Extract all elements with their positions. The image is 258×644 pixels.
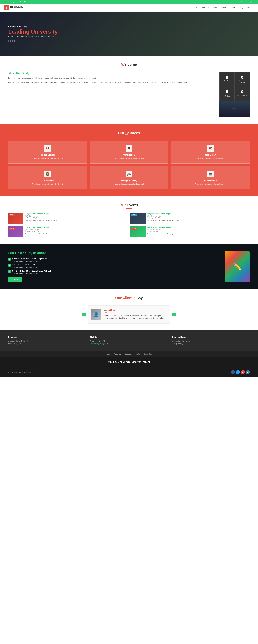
testimonial-role: Client 1	[104, 312, 167, 313]
logo-text: Best Study Education & Courses	[10, 6, 25, 10]
welcome-text: About Best Study Lorem ipsum convallis d…	[8, 72, 214, 86]
testimonial-section: Our Client's Say ‹ 👤 Michael Paul Client…	[0, 289, 258, 330]
top-bar-right: f t p in Login	[240, 1, 254, 3]
testimonial-card: 👤 Michael Paul Client 1 Donec laoreet ex…	[88, 305, 170, 324]
service-icon-lab: 💻	[207, 170, 214, 178]
top-bar-address: 📍 New Kampshire Midlines, USA	[4, 1, 27, 3]
footer-nav-home[interactable]: Home	[106, 353, 110, 355]
footer-info: Location: placa mdflloing 1235, Ipswich …	[0, 330, 258, 351]
event-meta-time-4: 🕐7:00 pm - 9:00 pm	[147, 229, 180, 230]
twitter-icon[interactable]: t	[241, 1, 242, 3]
hero-dot-3[interactable]	[12, 40, 13, 42]
service-desc-library: Phasellus at placerat ante nulla adipisc…	[174, 157, 247, 159]
service-icon-courses: 📢	[44, 145, 51, 152]
testimonial-next-button[interactable]: ›	[172, 312, 176, 316]
nav-links: Home About Us Courses Join Us Pages ▾ Ga…	[195, 7, 254, 9]
event-title-4: Integer viverra eleifend neque	[147, 226, 180, 228]
service-desc-teachers: Phasellus at placerat ante nulla adipisc…	[11, 183, 84, 185]
testimonial-wrapper: ‹ 👤 Michael Paul Client 1 Donec laoreet …	[88, 305, 170, 324]
hero-dot-4[interactable]	[14, 40, 15, 42]
stat-teachers: 0 Certified Teachers	[219, 86, 234, 101]
footer-facebook-icon[interactable]: f	[231, 370, 235, 374]
footer-nav-about[interactable]: About Us	[114, 353, 121, 355]
footer-nav-join[interactable]: Join Us	[135, 353, 140, 355]
institute-item-desc-1: Integer eu facilisis nunc, a iaculis fel…	[12, 260, 47, 262]
welcome-title-w: W	[121, 62, 124, 66]
copyright-text: © 2018 Best Study. All Rights Reserved	[8, 371, 35, 373]
nav-home[interactable]: Home	[195, 7, 199, 9]
stats-block: 0 Faculties 0 Approved Courses 0 Certifi…	[219, 72, 250, 117]
hero-dot-1[interactable]	[8, 40, 9, 42]
nav-courses[interactable]: Courses	[212, 7, 218, 9]
footer-twitter-icon[interactable]: t	[236, 370, 240, 374]
service-icon-transport: 🚌	[125, 170, 133, 178]
pin-icon-4: 📍	[147, 231, 149, 232]
service-desc-courses: Phasellus at placerat ante nulla adipisc…	[11, 157, 84, 159]
logo: B Best Study Education & Courses	[4, 5, 25, 10]
event-info-2: Integer viverra eleifend neque 🕐8:00 am …	[147, 213, 180, 221]
welcome-title: Welcome	[8, 62, 250, 67]
stat-students: 0 Happy Students	[234, 86, 250, 101]
event-img-4: 30 Dec	[131, 226, 146, 238]
event-date-4: 30 Dec	[132, 228, 138, 230]
pinterest-icon[interactable]: p	[243, 1, 243, 3]
clock-icon-2: 🕐	[147, 215, 149, 217]
check-icon-2: ✓	[8, 264, 11, 266]
nav-gallery[interactable]: Gallery	[238, 7, 243, 9]
event-meta-time-2: 🕐8:00 am - 8:00 am	[147, 215, 180, 217]
footer-nav-contact[interactable]: Contact Us	[144, 353, 152, 355]
institute-text: Our Best Study Institute ✓ Select A Cour…	[8, 251, 217, 282]
service-desc-lab: Phasellus at placerat ante nulla adipisc…	[174, 183, 247, 185]
hero-dots	[8, 40, 58, 42]
footer-mail-title: Mail Us:	[90, 336, 168, 338]
title-underline	[126, 68, 132, 68]
testimonial-name: Michael Paul	[104, 309, 167, 311]
institute-item-title-2: Join A Seminar To Know More About It!	[12, 264, 46, 266]
event-img-3: 28 Dec	[8, 226, 24, 238]
event-item-4: 30 Dec Integer viverra eleifend neque 🕐7…	[131, 226, 250, 238]
event-meta-loc-4: 📍Newyork City, 766	[147, 231, 180, 232]
event-img-2: 27 Dec	[131, 213, 146, 224]
linkedin-icon[interactable]: in	[245, 1, 246, 3]
nav-about[interactable]: About Us	[202, 7, 209, 9]
join-now-button[interactable]: Join Now	[8, 277, 22, 282]
event-date-1: 20 Dec	[9, 214, 15, 216]
login-button[interactable]: Login	[247, 1, 254, 3]
facebook-icon[interactable]: f	[240, 1, 240, 3]
hero-heading: Leading University	[8, 28, 58, 35]
institute-content: Our Best Study Institute ✓ Select A Cour…	[8, 251, 250, 282]
footer-vk-icon[interactable]: vk	[246, 370, 250, 374]
event-date-3: 28 Dec	[9, 228, 15, 230]
service-book-library: 📚 Book Library Phasellus at placerat ant…	[171, 140, 250, 164]
hero-heading-red: University	[31, 28, 57, 35]
pin-icon-1: 📍	[25, 217, 27, 219]
services-section: Our Services 📢 Popular Courses Phasellus…	[0, 124, 258, 196]
top-bar: 📍 New Kampshire Midlines, USA f t p in L…	[0, 0, 258, 4]
institute-item-2: ✓ Join A Seminar To Know More About It! …	[8, 264, 217, 268]
event-item-3: 28 Dec Integer viverra eleifend neque 🕐1…	[8, 226, 127, 238]
hero-section: Welcome To Best Study Leading University…	[0, 12, 258, 56]
avatar-placeholder: 👤	[91, 309, 101, 320]
service-icon-teachers: 👨‍🏫	[44, 170, 51, 178]
nav-join[interactable]: Join Us	[221, 7, 226, 9]
footer-location-line2: Foxhall Road, USA	[8, 342, 86, 345]
footer-nav-courses[interactable]: Courses	[125, 353, 131, 355]
brand-tagline: Education & Courses	[10, 8, 25, 10]
hero-dot-2[interactable]	[10, 40, 11, 42]
footer-youtube-icon[interactable]: ▶	[241, 370, 245, 374]
event-item-1: 20 Dec Integer viverra eleifend neque 🕐7…	[8, 213, 127, 224]
service-icon-library: 📚	[207, 145, 214, 152]
footer-phone: Phone : 001 234 5678	[90, 340, 168, 342]
clock-icon-4: 🕐	[147, 229, 149, 230]
service-title-transport: Transport Facility	[93, 180, 166, 182]
nav-contact[interactable]: Contact Us	[246, 7, 254, 9]
event-img-1: 20 Dec	[8, 213, 24, 224]
footer-hours: Opening Hours: Working days : 8am-10pm S…	[172, 336, 250, 345]
footer-nav: Home About Us Courses Join Us Contact Us	[0, 351, 258, 357]
footer-email[interactable]: Email : mail@yoursyte.com	[90, 343, 108, 344]
testimonial-prev-button[interactable]: ‹	[82, 312, 86, 316]
events-underline	[126, 208, 132, 208]
nav-pages[interactable]: Pages ▾	[229, 7, 235, 9]
footer-hours-days: Working days : 8am-10pm	[172, 340, 250, 342]
service-title-cert: Certification	[93, 154, 166, 156]
